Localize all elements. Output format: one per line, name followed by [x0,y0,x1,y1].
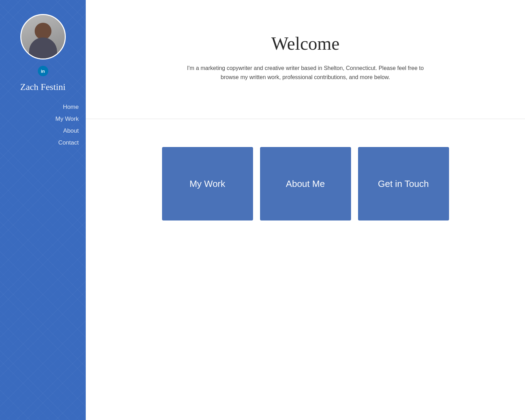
hero-subtitle: I'm a marketing copywriter and creative … [183,64,428,82]
avatar [20,14,66,59]
card-label-get-in-touch: Get in Touch [378,178,429,189]
sidebar-nav: HomeMy WorkAboutContact [7,102,79,148]
nav-item-about[interactable]: About [7,126,79,136]
nav-item-home[interactable]: Home [7,102,79,112]
main-content: Welcome I'm a marketing copywriter and c… [86,0,525,420]
nav-item-contact[interactable]: Contact [7,138,79,148]
sidebar-person-name: Zach Festini [20,82,65,92]
hero-section: Welcome I'm a marketing copywriter and c… [86,0,525,119]
card-label-about-me: About Me [286,178,325,189]
nav-item-my-work[interactable]: My Work [7,114,79,124]
card-my-work[interactable]: My Work [162,147,253,220]
card-about-me[interactable]: About Me [260,147,351,220]
sidebar: in Zach Festini HomeMy WorkAboutContact [0,0,86,420]
linkedin-icon[interactable]: in [38,66,48,76]
hero-title: Welcome [271,33,340,54]
cards-section: My WorkAbout MeGet in Touch [86,119,525,420]
linkedin-label: in [41,69,45,74]
card-get-in-touch[interactable]: Get in Touch [358,147,449,220]
card-label-my-work: My Work [189,178,225,189]
